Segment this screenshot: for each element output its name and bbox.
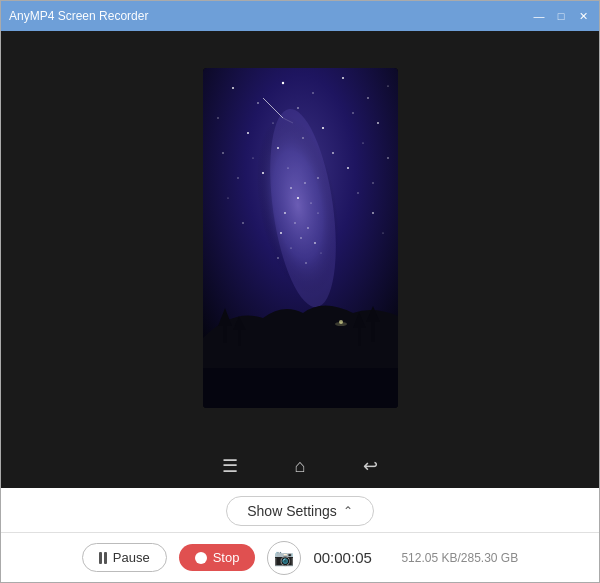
svg-point-47 bbox=[227, 197, 228, 198]
svg-rect-58 bbox=[371, 320, 375, 342]
svg-point-43 bbox=[290, 247, 291, 248]
window-controls: — □ ✕ bbox=[531, 8, 591, 24]
pause-label: Pause bbox=[113, 550, 150, 565]
svg-point-20 bbox=[302, 137, 303, 138]
screenshot-button[interactable]: 📷 bbox=[267, 541, 301, 575]
stop-button[interactable]: Stop bbox=[179, 544, 256, 571]
svg-point-37 bbox=[294, 222, 295, 223]
home-icon: ⌂ bbox=[295, 456, 306, 477]
title-bar: AnyMP4 Screen Recorder — □ ✕ bbox=[1, 1, 599, 31]
svg-point-16 bbox=[377, 122, 379, 124]
app-title: AnyMP4 Screen Recorder bbox=[9, 9, 148, 23]
svg-point-11 bbox=[247, 132, 249, 134]
back-icon: ↩ bbox=[363, 455, 378, 477]
svg-point-42 bbox=[314, 242, 316, 244]
svg-point-14 bbox=[321, 126, 323, 128]
svg-point-29 bbox=[372, 182, 373, 183]
action-bar: Pause Stop 📷 00:00:05 512.05 KB/285.30 G… bbox=[1, 532, 599, 582]
svg-point-3 bbox=[232, 87, 234, 89]
svg-point-26 bbox=[287, 167, 288, 168]
show-settings-label: Show Settings bbox=[247, 503, 337, 519]
svg-point-32 bbox=[290, 187, 292, 189]
stop-label: Stop bbox=[213, 550, 240, 565]
menu-icon: ☰ bbox=[222, 455, 238, 477]
svg-point-15 bbox=[352, 112, 353, 113]
svg-point-45 bbox=[305, 262, 306, 263]
svg-point-34 bbox=[304, 182, 305, 183]
svg-point-46 bbox=[320, 252, 321, 253]
timer-display: 00:00:05 bbox=[313, 549, 385, 566]
svg-point-18 bbox=[252, 157, 253, 158]
preview-area bbox=[1, 31, 599, 444]
svg-point-23 bbox=[387, 157, 389, 159]
svg-point-12 bbox=[272, 122, 273, 123]
svg-point-61 bbox=[335, 322, 347, 326]
svg-point-51 bbox=[382, 232, 383, 233]
svg-point-25 bbox=[261, 171, 263, 173]
back-button[interactable]: ↩ bbox=[355, 451, 385, 481]
svg-point-22 bbox=[362, 142, 363, 143]
svg-point-24 bbox=[237, 177, 238, 178]
stop-icon bbox=[195, 552, 207, 564]
svg-rect-62 bbox=[203, 368, 398, 408]
storage-info: 512.05 KB/285.30 GB bbox=[401, 551, 518, 565]
svg-point-27 bbox=[317, 177, 319, 179]
svg-point-7 bbox=[342, 77, 344, 79]
svg-point-21 bbox=[332, 152, 334, 154]
svg-point-41 bbox=[300, 237, 301, 238]
close-button[interactable]: ✕ bbox=[575, 8, 591, 24]
svg-point-9 bbox=[387, 85, 388, 86]
svg-point-40 bbox=[280, 232, 282, 234]
svg-point-10 bbox=[217, 117, 218, 118]
pause-button[interactable]: Pause bbox=[82, 543, 167, 572]
app-window: AnyMP4 Screen Recorder — □ ✕ bbox=[0, 0, 600, 583]
menu-button[interactable]: ☰ bbox=[215, 451, 245, 481]
svg-rect-56 bbox=[358, 326, 361, 346]
icon-bar: ☰ ⌂ ↩ bbox=[1, 444, 599, 488]
svg-point-19 bbox=[277, 147, 279, 149]
chevron-up-icon: ⌃ bbox=[343, 504, 353, 518]
show-settings-bar: Show Settings ⌃ bbox=[1, 488, 599, 532]
svg-point-48 bbox=[242, 222, 244, 224]
svg-point-28 bbox=[347, 167, 349, 169]
svg-point-33 bbox=[297, 197, 299, 199]
svg-point-6 bbox=[312, 92, 313, 93]
svg-point-4 bbox=[257, 102, 259, 104]
svg-point-17 bbox=[222, 152, 224, 154]
svg-point-13 bbox=[297, 107, 299, 109]
phone-preview bbox=[203, 68, 398, 408]
svg-rect-54 bbox=[238, 328, 241, 346]
svg-point-5 bbox=[281, 81, 283, 83]
camera-icon: 📷 bbox=[274, 548, 294, 567]
svg-point-50 bbox=[372, 212, 374, 214]
svg-point-35 bbox=[310, 202, 311, 203]
home-button[interactable]: ⌂ bbox=[285, 451, 315, 481]
pause-icon bbox=[99, 552, 107, 564]
show-settings-button[interactable]: Show Settings ⌃ bbox=[226, 496, 374, 526]
svg-point-8 bbox=[367, 97, 369, 99]
svg-point-49 bbox=[357, 192, 358, 193]
svg-point-36 bbox=[284, 212, 286, 214]
svg-point-44 bbox=[277, 257, 279, 259]
svg-point-38 bbox=[307, 227, 309, 229]
svg-point-39 bbox=[317, 212, 318, 213]
preview-image bbox=[203, 68, 398, 408]
maximize-button[interactable]: □ bbox=[553, 8, 569, 24]
minimize-button[interactable]: — bbox=[531, 8, 547, 24]
